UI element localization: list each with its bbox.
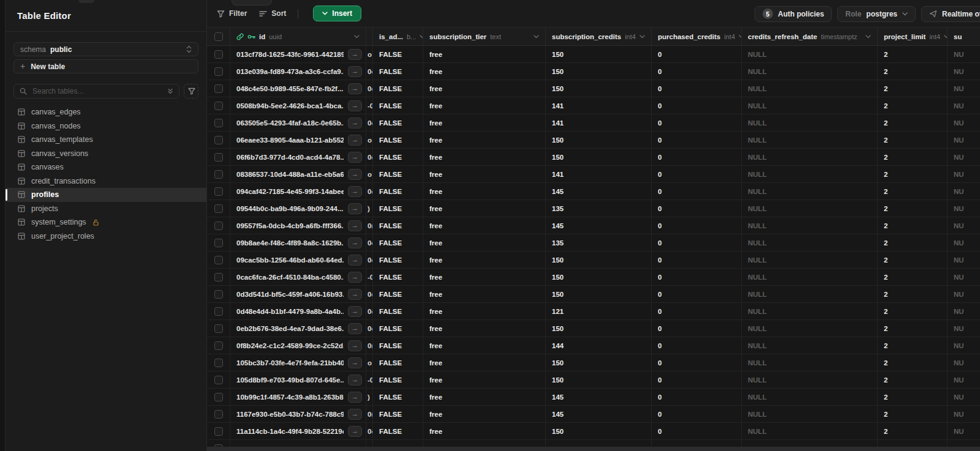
sort-button[interactable]: Sort (253, 6, 292, 21)
row-checkbox[interactable] (214, 204, 223, 213)
clipped-right-cell[interactable]: NU (948, 114, 980, 131)
is-admin-cell[interactable]: FALSE (373, 166, 423, 182)
sidebar-table-item[interactable]: canvases (6, 160, 206, 174)
subscription-credits-cell[interactable]: 135 (546, 234, 652, 251)
column-header-id[interactable]: id uuid (230, 28, 366, 45)
expand-row-button[interactable]: → (348, 255, 362, 266)
expand-row-button[interactable]: → (348, 186, 362, 197)
is-admin-cell[interactable]: FALSE (373, 269, 423, 285)
id-cell[interactable]: 06f6b7d3-977d-4cd0-acd4-4a78... → (230, 149, 366, 165)
id-cell[interactable]: 0508b94b-5ee2-4626-bca1-4bca... → (230, 97, 366, 114)
expand-row-button[interactable]: → (348, 135, 362, 146)
row-checkbox[interactable] (214, 307, 223, 316)
is-admin-cell[interactable]: FALSE (373, 183, 423, 199)
new-table-button[interactable]: + New table (13, 59, 198, 73)
subscription-tier-cell[interactable]: free (423, 423, 546, 439)
is-admin-cell[interactable]: FALSE (373, 80, 423, 97)
id-cell[interactable]: 0d48e4d4-b1bf-4479-9a8b-4a4b... → (230, 303, 366, 319)
is-admin-cell[interactable]: FALSE (373, 149, 423, 165)
credits-refresh-date-cell[interactable]: NULL (742, 423, 878, 439)
schema-select[interactable]: schema public (13, 42, 198, 56)
is-admin-cell[interactable]: FALSE (373, 286, 423, 302)
expand-row-button[interactable]: → (348, 169, 362, 180)
clipped-cell[interactable]: o (366, 166, 373, 182)
clipped-right-cell[interactable]: NU (948, 149, 980, 165)
id-cell[interactable]: 09b8ae4e-f48c-4f89-8a8c-1629b... → (230, 234, 366, 251)
id-cell[interactable]: 063505e5-4293-4faf-a18c-0e65b... → (230, 114, 366, 131)
subscription-tier-cell[interactable]: free (423, 183, 546, 199)
expand-row-button[interactable]: → (348, 83, 362, 94)
row-checkbox[interactable] (214, 102, 223, 110)
row-checkbox[interactable] (214, 239, 223, 247)
project-limit-cell[interactable]: 2 (878, 320, 948, 337)
subscription-tier-cell[interactable]: free (423, 252, 546, 268)
clipped-cell[interactable]: 0c (366, 183, 373, 199)
clipped-right-cell[interactable]: NU (948, 303, 980, 319)
is-admin-cell[interactable]: FALSE (373, 337, 423, 354)
is-admin-cell[interactable]: FALSE (373, 46, 423, 62)
expand-row-button[interactable]: → (348, 289, 362, 300)
purchased-credits-cell[interactable]: 0 (652, 354, 742, 371)
credits-refresh-date-cell[interactable]: NULL (742, 354, 878, 371)
subscription-tier-cell[interactable]: free (423, 371, 546, 388)
purchased-credits-cell[interactable]: 0 (652, 46, 742, 62)
purchased-credits-cell[interactable]: 0 (652, 269, 742, 285)
clipped-right-cell[interactable]: NU (948, 389, 980, 405)
id-cell[interactable]: 09557f5a-0dcb-4cb9-a6fb-fff366... → (230, 217, 366, 234)
realtime-toggle-button[interactable]: Realtime off (921, 6, 980, 22)
subscription-credits-cell[interactable]: 150 (546, 132, 652, 148)
purchased-credits-cell[interactable]: 0 (652, 337, 742, 354)
row-checkbox[interactable] (214, 359, 223, 367)
column-header-clipped-right[interactable]: su (948, 28, 980, 45)
collapse-double-chevron-icon[interactable] (167, 88, 173, 95)
row-checkbox[interactable] (214, 341, 223, 350)
project-limit-cell[interactable]: 2 (878, 63, 948, 80)
expand-row-button[interactable]: → (348, 220, 362, 231)
is-admin-cell[interactable]: FALSE (373, 371, 423, 388)
sidebar-table-item[interactable]: canvas_nodes (6, 119, 206, 133)
project-limit-cell[interactable]: 2 (878, 46, 948, 62)
credits-refresh-date-cell[interactable]: NULL (742, 149, 878, 165)
clipped-cell[interactable]: 0c (366, 80, 373, 97)
expand-row-button[interactable]: → (348, 357, 362, 368)
row-checkbox[interactable] (214, 187, 223, 196)
clipped-right-cell[interactable]: NU (948, 97, 980, 114)
row-checkbox[interactable] (214, 410, 223, 419)
project-limit-cell[interactable]: 2 (878, 217, 948, 234)
chevron-down-icon[interactable] (354, 35, 360, 39)
is-admin-cell[interactable]: FALSE (373, 132, 423, 148)
project-limit-cell[interactable]: 2 (878, 389, 948, 405)
is-admin-cell[interactable]: FALSE (373, 114, 423, 131)
subscription-tier-cell[interactable]: free (423, 217, 546, 234)
purchased-credits-cell[interactable]: 0 (652, 252, 742, 268)
clipped-cell[interactable]: 0c (366, 303, 373, 319)
project-limit-cell[interactable]: 2 (878, 114, 948, 131)
project-limit-cell[interactable]: 2 (878, 423, 948, 439)
credits-refresh-date-cell[interactable]: NULL (742, 252, 878, 268)
credits-refresh-date-cell[interactable]: NULL (742, 63, 878, 80)
subscription-tier-cell[interactable]: free (423, 80, 546, 97)
subscription-credits-cell[interactable]: 145 (546, 406, 652, 422)
project-limit-cell[interactable]: 2 (878, 337, 948, 354)
expand-row-button[interactable]: → (348, 323, 362, 334)
clipped-right-cell[interactable]: NU (948, 132, 980, 148)
subscription-tier-cell[interactable]: free (423, 406, 546, 422)
credits-refresh-date-cell[interactable]: NULL (742, 303, 878, 319)
id-cell[interactable]: 0d3d541d-bf5c-459f-a406-16b93... → (230, 286, 366, 302)
clipped-cell[interactable]: 0( (366, 217, 373, 234)
is-admin-cell[interactable]: FALSE (373, 406, 423, 422)
expand-row-button[interactable]: → (348, 306, 362, 317)
project-limit-cell[interactable]: 2 (878, 166, 948, 182)
id-cell[interactable]: 105d8bf9-e703-49bd-807d-645e... → (230, 371, 366, 388)
purchased-credits-cell[interactable]: 0 (652, 217, 742, 234)
expand-row-button[interactable]: → (348, 100, 362, 111)
project-limit-cell[interactable]: 2 (878, 406, 948, 422)
purchased-credits-cell[interactable]: 0 (652, 166, 742, 182)
subscription-tier-cell[interactable]: free (423, 303, 546, 319)
is-admin-cell[interactable]: FALSE (373, 200, 423, 217)
column-header-subscription-tier[interactable]: subscription_tier text (423, 28, 546, 45)
purchased-credits-cell[interactable]: 0 (652, 303, 742, 319)
purchased-credits-cell[interactable]: 0 (652, 114, 742, 131)
purchased-credits-cell[interactable]: 0 (652, 132, 742, 148)
project-limit-cell[interactable]: 2 (878, 80, 948, 97)
